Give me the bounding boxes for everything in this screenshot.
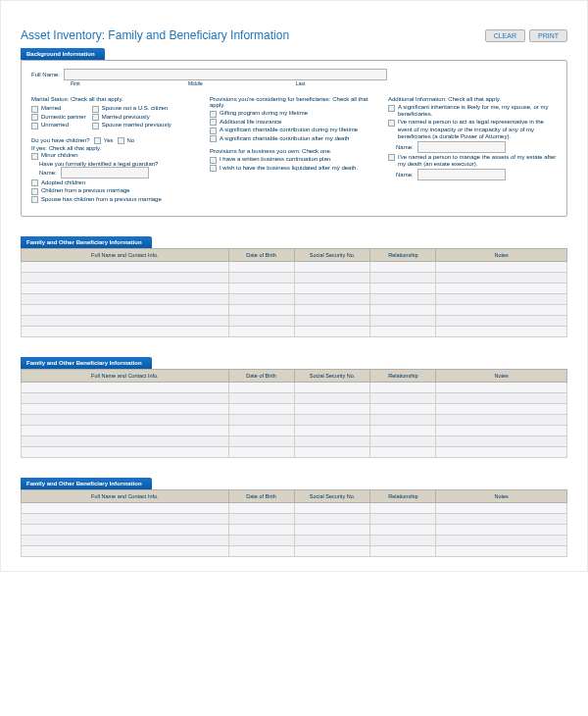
table-row[interactable] xyxy=(22,273,567,283)
benef-block-2: Family and Other Beneficiary Information… xyxy=(21,351,567,458)
ck-charlife[interactable]: A significant charitable contribution du… xyxy=(210,127,378,134)
ck-domestic[interactable]: Domestic partner xyxy=(31,114,86,122)
table-row[interactable] xyxy=(22,514,567,525)
page: Asset Inventory: Family and Beneficiary … xyxy=(0,0,588,572)
background-panel: Full Name: First Middle Last Marital Sta… xyxy=(21,60,567,217)
columns: Marital Status: Check all that apply. Ma… xyxy=(31,92,557,204)
table-row[interactable] xyxy=(22,525,567,536)
ck-inherit[interactable]: A significant inheritance is likely for … xyxy=(388,104,557,118)
table-row[interactable] xyxy=(22,316,567,327)
table-row[interactable] xyxy=(22,262,567,273)
guardian-name-row: Name: xyxy=(39,167,200,179)
ck-bizliq[interactable]: I wish to have the business liquidated a… xyxy=(210,165,378,173)
ck-chardeath[interactable]: A significant charitable contribution af… xyxy=(210,135,378,143)
table-row[interactable] xyxy=(22,327,567,337)
ck-poa[interactable]: I've named a person to act as legal repr… xyxy=(388,119,557,140)
background-tab: Background Information xyxy=(21,48,105,60)
ck-adopted[interactable]: Adopted children xyxy=(31,179,200,187)
th-notes: Notes xyxy=(436,249,567,262)
full-name-row: Full Name: xyxy=(31,69,557,80)
th-dob: Date of Birth xyxy=(228,249,294,262)
table-row[interactable] xyxy=(22,447,567,458)
ck-prev[interactable]: Children from a previous marriage xyxy=(31,187,200,195)
table-row[interactable] xyxy=(22,393,567,404)
children-ifyes: If yes: Check all that apply. xyxy=(31,145,200,151)
executor-name-input[interactable] xyxy=(417,169,506,180)
ck-minor[interactable]: Minor children xyxy=(31,152,200,160)
ck-lifeins[interactable]: Additional life insurance xyxy=(210,119,378,127)
ck-gifting[interactable]: Gifting program during my lifetime xyxy=(210,110,378,118)
poa-name-input[interactable] xyxy=(417,141,506,153)
table-row[interactable] xyxy=(22,404,567,415)
col-marital: Marital Status: Check all that apply. Ma… xyxy=(31,92,200,204)
ck-no[interactable]: No xyxy=(118,137,135,145)
executor-name-row: Name: xyxy=(396,169,557,180)
th-rel: Relationship xyxy=(370,249,436,262)
table-row[interactable] xyxy=(22,305,567,316)
th-ssn: Social Security No. xyxy=(294,249,370,262)
marital-heading: Marital Status: Check all that apply. xyxy=(31,96,200,102)
benef-block-3: Family and Other Beneficiary Information… xyxy=(21,472,567,557)
print-button[interactable]: PRINT xyxy=(529,29,567,42)
benef-table-1: Full Name and Contact Info. Date of Birt… xyxy=(21,248,567,337)
ck-unmarried[interactable]: Unmarried xyxy=(31,122,86,129)
first-caption: First xyxy=(71,80,188,86)
table-row[interactable] xyxy=(22,436,567,447)
middle-caption: Middle xyxy=(188,80,296,86)
business-heading: Provisions for a business you own: Check… xyxy=(210,148,378,154)
ck-bizplan[interactable]: I have a written business continuation p… xyxy=(210,156,378,164)
provisions-heading: Provisions you're considering for benefi… xyxy=(210,96,378,108)
ck-yes[interactable]: Yes xyxy=(94,137,114,145)
benef-table-3: Full Name and Contact Info. Date of Birt… xyxy=(21,489,567,557)
col-additional: Additional Information: Check all that a… xyxy=(388,92,557,204)
action-buttons: CLEAR PRINT xyxy=(485,29,567,42)
benef-tab-2: Family and Other Beneficiary Information xyxy=(21,357,152,369)
ck-notcitizen[interactable]: Spouse not a U.S. citizen xyxy=(92,105,172,113)
page-title: Asset Inventory: Family and Beneficiary … xyxy=(21,28,289,42)
additional-heading: Additional Information: Check all that a… xyxy=(388,96,557,102)
full-name-label: Full Name: xyxy=(31,72,60,77)
table-row[interactable] xyxy=(22,426,567,436)
title-row: Asset Inventory: Family and Beneficiary … xyxy=(21,28,567,42)
ck-marriedprev[interactable]: Married previously xyxy=(92,114,172,122)
table-row[interactable] xyxy=(22,383,567,393)
children-q: Do you have children? Yes No xyxy=(31,136,200,146)
benef-tab-3: Family and Other Beneficiary Information xyxy=(21,478,152,489)
table-row[interactable] xyxy=(22,546,567,557)
full-name-input[interactable] xyxy=(64,69,387,80)
table-row[interactable] xyxy=(22,294,567,305)
ck-married[interactable]: Married xyxy=(31,105,86,113)
marital-grid: Married Domestic partner Unmarried Spous… xyxy=(31,104,200,130)
ck-spouseprev[interactable]: Spouse married previously xyxy=(92,122,172,129)
guardian-name-input[interactable] xyxy=(61,167,149,179)
ck-spousechild[interactable]: Spouse has children from a previous marr… xyxy=(31,196,200,204)
th-contact: Full Name and Contact Info. xyxy=(22,249,229,262)
table-row[interactable] xyxy=(22,536,567,546)
benef-table-2: Full Name and Contact Info. Date of Birt… xyxy=(21,369,567,458)
col-provisions: Provisions you're considering for benefi… xyxy=(210,92,378,204)
table-row[interactable] xyxy=(22,283,567,294)
poa-name-row: Name: xyxy=(396,141,557,153)
benef-tab-1: Family and Other Beneficiary Information xyxy=(21,236,152,248)
clear-button[interactable]: CLEAR xyxy=(485,29,525,42)
benef-block-1: Family and Other Beneficiary Information… xyxy=(21,230,567,337)
table-row[interactable] xyxy=(22,415,567,426)
table-row[interactable] xyxy=(22,503,567,514)
last-caption: Last xyxy=(296,80,305,86)
ck-executor[interactable]: I've named a person to manage the assets… xyxy=(388,154,557,168)
name-captions: First Middle Last xyxy=(71,80,557,86)
